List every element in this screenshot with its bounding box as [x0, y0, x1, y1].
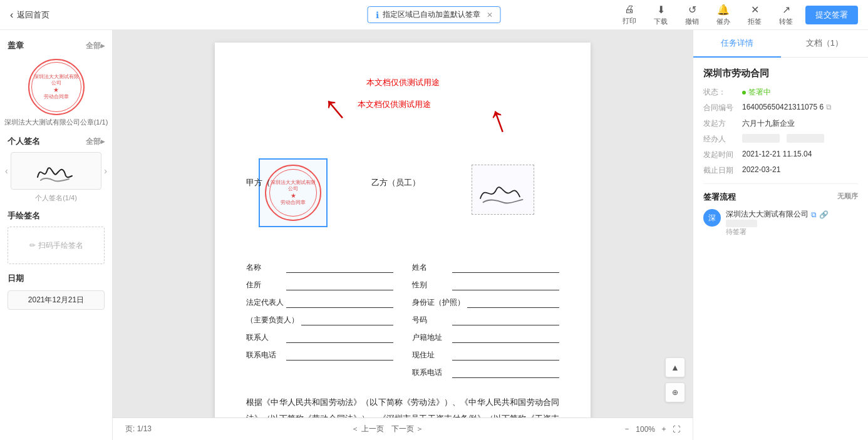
field-name-line [286, 262, 393, 273]
sender-key: 发起方 [703, 118, 738, 129]
contract-no-val: 164005650421311075 6 ⧉ [742, 103, 832, 111]
seal-item[interactable]: 深圳法大大测试有限公司 ★ 劳动合同章 深圳法大大测试有限公司公章(1/1) [0, 54, 112, 132]
doc-footer: 页: 1/13 ＜ 上一页 下一页 ＞ － 100% ＋ ⛶ [113, 417, 693, 440]
seal-section-header: 盖章 全部▸ [0, 36, 112, 54]
field-surname-label: 姓名 [412, 262, 450, 273]
seal-circle: 深圳法大大测试有限公司 ★ 劳动合同章 [28, 59, 85, 115]
field-main-person-label: （主要负责人） [246, 315, 299, 325]
notification-close[interactable]: ✕ [487, 11, 493, 19]
next-page-btn[interactable]: 下一页 ＞ [391, 424, 423, 434]
handwrite-label: 手绘签名 [8, 210, 40, 222]
zoom-minus-btn[interactable]: － [623, 424, 631, 434]
scroll-arrows: ▲ ⊕ [665, 357, 685, 402]
field-main-person-row: （主要负责人） [246, 314, 393, 325]
status-value: 签署中 [742, 87, 771, 98]
arrow-right: ↓ [485, 103, 515, 145]
field-id-num-label: 号码 [412, 315, 450, 325]
info-icon: ℹ [376, 10, 379, 20]
remind-button[interactable]: 🔔 催办 [711, 1, 735, 29]
operator-key: 经办人 [703, 134, 738, 145]
flow-avatar: 深 [703, 209, 721, 227]
download-icon: ⬇ [657, 4, 665, 16]
print-icon: 🖨 [624, 4, 634, 15]
company-seal-box[interactable]: 深圳法大大测试有限公司 ★ 劳动合同章 [259, 158, 328, 227]
status-text: 签署中 [748, 87, 771, 98]
submit-button[interactable]: 提交签署 [805, 6, 858, 24]
field-main-person-line [301, 314, 393, 325]
info-row-sender: 发起方 六月十九新企业 [703, 118, 858, 129]
seal-text: 深圳法大大测试有限公司 ★ 劳动合同章 [32, 74, 81, 100]
doc-page: 本文档仅供测试用途 本文档仅供测试用途 ↓ ↓ 深圳法大大测试有限公司 ★ 劳动… [215, 43, 591, 417]
sidebar: 盖章 全部▸ 深圳法大大测试有限公司 ★ 劳动合同章 深圳法大大测试有限公司公章… [0, 30, 113, 440]
field-gender-line [452, 279, 559, 290]
field-address2-line [452, 349, 559, 361]
field-id-label: 身份证（护照） [412, 297, 465, 308]
transfer-icon: ↗ [782, 4, 790, 16]
flow-link-icon[interactable]: ⧉ [811, 210, 817, 219]
tab-doc[interactable]: 文档（1） [781, 30, 869, 58]
fit-icon[interactable]: ⛶ [673, 425, 680, 434]
party-a-label: 甲方（ [246, 177, 271, 188]
info-row-contract-no: 合同编号 164005650421311075 6 ⧉ [703, 103, 858, 113]
field-address-label: 住所 [246, 280, 284, 290]
doc-fields: 名称 住所 法定代表人 [246, 262, 559, 417]
deadline-val: 2022-03-21 [742, 165, 780, 174]
info-row-send-time: 发起时间 2021-12-21 11.15.04 [703, 150, 858, 160]
transfer-button[interactable]: ↗ 转签 [774, 1, 798, 29]
panel-title: 深圳市劳动合同 [703, 68, 858, 79]
seal-all-link[interactable]: 全部▸ [86, 41, 105, 51]
print-button[interactable]: 🖨 打印 [617, 1, 641, 28]
doc-scroll[interactable]: 本文档仅供测试用途 本文档仅供测试用途 ↓ ↓ 深圳法大大测试有限公司 ★ 劳动… [113, 30, 693, 417]
reject-button[interactable]: ✕ 拒签 [743, 1, 767, 29]
toolbar: ‹ 返回首页 ℹ 指定区域已自动加盖默认签章 ✕ 🖨 打印 ⬇ 下载 ↺ 撤销 … [0, 0, 868, 30]
toolbar-right: 🖨 打印 ⬇ 下载 ↺ 撤销 🔔 催办 ✕ 拒签 ↗ 转签 提交签署 [617, 1, 858, 29]
field-phone-row: 联系电话 [246, 349, 393, 361]
field-address2-label: 现住址 [412, 350, 450, 361]
back-arrow-icon: ‹ [10, 9, 13, 21]
employee-sig-box[interactable] [472, 165, 534, 215]
revoke-button[interactable]: ↺ 撤销 [680, 1, 704, 29]
sig-preview[interactable] [11, 152, 102, 190]
doc-seal-text: 深圳法大大测试有限公司 ★ 劳动合同章 [270, 180, 316, 206]
right-panel: 任务详情 文档（1） 深圳市劳动合同 状态： 签署中 合同编号 16400565… [693, 30, 868, 440]
date-box[interactable]: 2021年12月21日 [8, 290, 105, 310]
flow-chain-icon[interactable]: 🔗 [819, 210, 829, 219]
field-id-num-line [452, 314, 559, 325]
info-row-operator: 经办人 [703, 134, 858, 145]
personal-sig-all[interactable]: 全部▸ [86, 136, 105, 147]
handwrite-box[interactable]: ✏ 扫码手绘签名 [8, 227, 105, 264]
flow-name: 深圳法大大测试有限公司 ⧉ 🔗 [726, 209, 829, 220]
prev-page-btn[interactable]: ＜ 上一页 [351, 424, 383, 434]
copy-icon[interactable]: ⧉ [826, 103, 832, 111]
field-hukou-row: 户籍地址 [412, 332, 559, 343]
sig-prev-arrow[interactable]: ‹ [5, 166, 8, 176]
seal-section-label: 盖章 [8, 40, 24, 51]
field-phone-label: 联系电话 [246, 350, 284, 361]
revoke-icon: ↺ [688, 4, 696, 16]
panel-tabs: 任务详情 文档（1） [693, 30, 868, 58]
field-hukou-line [452, 332, 559, 343]
date-label: 日期 [8, 273, 24, 284]
flow-tag: 无顺序 [837, 192, 858, 203]
status-key: 状态： [703, 87, 738, 98]
back-button[interactable]: ‹ 返回首页 [10, 9, 49, 21]
sig-next-arrow[interactable]: › [104, 166, 107, 176]
seal-stamp: 深圳法大大测试有限公司 ★ 劳动合同章 [265, 165, 321, 221]
doc-viewer: 本文档仅供测试用途 本文档仅供测试用途 ↓ ↓ 深圳法大大测试有限公司 ★ 劳动… [113, 30, 693, 440]
tab-task[interactable]: 任务详情 [693, 30, 781, 58]
notification-bar: ℹ 指定区域已自动加盖默认签章 ✕ [368, 6, 501, 23]
handwrite-icon: ✏ [29, 241, 36, 250]
scroll-down-btn[interactable]: ⊕ [665, 382, 685, 402]
zoom-plus-btn[interactable]: ＋ [660, 424, 668, 434]
download-button[interactable]: ⬇ 下载 [649, 1, 673, 29]
watermark-2: 本文档仅供测试用途 [358, 99, 431, 110]
field-legal-rep-row: 法定代表人 [246, 297, 393, 308]
scroll-up-btn[interactable]: ▲ [665, 357, 685, 377]
seal-stamp-inner: 深圳法大大测试有限公司 ★ 劳动合同章 [269, 169, 317, 217]
flow-person-name [726, 220, 829, 227]
field-hukou-label: 户籍地址 [412, 332, 450, 343]
operator-masked2 [787, 134, 824, 143]
operator-masked [742, 134, 780, 143]
info-row-status: 状态： 签署中 [703, 87, 858, 98]
flow-name-masked [726, 220, 757, 227]
